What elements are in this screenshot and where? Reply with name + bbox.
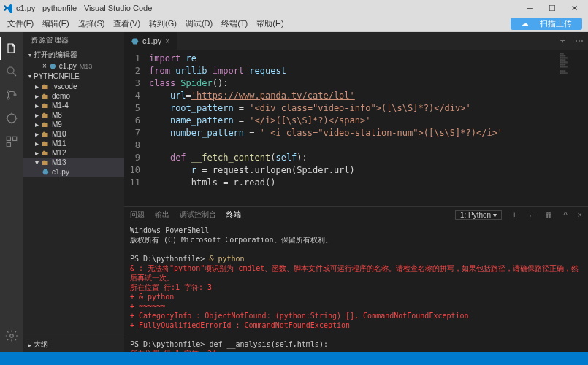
- chevron-right-icon: ▸: [28, 341, 31, 349]
- terminal-output[interactable]: Windows PowerShell 版权所有 (C) Microsoft Co…: [124, 223, 588, 352]
- close-icon[interactable]: ×: [42, 62, 47, 70]
- folder-m1-4[interactable]: ▸🖿M1-4: [23, 101, 124, 110]
- source-control-icon[interactable]: [0, 83, 23, 107]
- explorer-icon[interactable]: [0, 36, 23, 60]
- folder-icon: 🖿: [42, 111, 49, 119]
- status-bar[interactable]: [0, 352, 588, 365]
- folder-icon: 🖿: [42, 92, 49, 100]
- menu-file[interactable]: 文件(F): [3, 18, 38, 29]
- tab-bar: ⬣c1.py× ⫟ ⋯: [124, 32, 588, 50]
- svg-point-1: [7, 91, 9, 93]
- outline-section[interactable]: ▸大纲: [23, 337, 124, 352]
- folder-icon: 🖿: [42, 82, 49, 91]
- more-icon[interactable]: ⋯: [575, 36, 584, 46]
- folder-m8[interactable]: ▸🖿M8: [23, 110, 124, 120]
- editor-area: ⬣c1.py× ⫟ ⋯ 1234567891011 import refrom …: [124, 32, 588, 352]
- chevron-down-icon: ▾: [35, 158, 39, 166]
- folder-demo[interactable]: ▸🖿demo: [23, 91, 124, 101]
- chevron-right-icon: ▸: [35, 139, 39, 147]
- svg-rect-7: [7, 143, 10, 147]
- folder-m12[interactable]: ▸🖿M12: [23, 148, 124, 158]
- tab-terminal[interactable]: 终端: [226, 210, 241, 220]
- python-icon: ⬣: [131, 36, 139, 46]
- sidebar-title: 资源管理器: [23, 32, 124, 48]
- menubar: 文件(F) 编辑(E) 选择(S) 查看(V) 转到(G) 调试(D) 终端(T…: [0, 16, 588, 32]
- svg-rect-5: [7, 137, 10, 140]
- split-icon[interactable]: ⫟: [559, 36, 568, 46]
- tab-c1py[interactable]: ⬣c1.py×: [124, 32, 177, 50]
- chevron-right-icon: ▸: [35, 101, 39, 110]
- svg-point-2: [7, 97, 9, 99]
- folder-icon: 🖿: [42, 101, 49, 110]
- svg-point-4: [7, 114, 16, 123]
- file-c1py[interactable]: ⬣c1.py: [23, 167, 124, 177]
- menu-terminal[interactable]: 终端(T): [217, 18, 252, 29]
- folder-m11[interactable]: ▸🖿M11: [23, 139, 124, 148]
- folder-icon: 🖿: [42, 120, 49, 128]
- folder-icon: 🖿: [42, 139, 49, 147]
- kill-terminal-icon[interactable]: 🗑: [545, 210, 553, 219]
- panel-tabs: 问题 输出 调试控制台 终端 1: Python ▾ + ⫟ 🗑 ^ ×: [124, 207, 588, 223]
- terminal-selector[interactable]: 1: Python ▾: [455, 210, 502, 220]
- workspace-section[interactable]: ▾PYTHONFILE: [23, 71, 124, 82]
- menu-view[interactable]: 查看(V): [109, 18, 145, 29]
- code-content[interactable]: import refrom urllib import requestclass…: [146, 50, 559, 206]
- search-icon[interactable]: [0, 60, 23, 83]
- tab-debug-console[interactable]: 调试控制台: [180, 210, 216, 220]
- upload-button[interactable]: ☁扫描上传: [511, 18, 582, 30]
- folder-icon: 🖿: [42, 158, 49, 166]
- extensions-icon[interactable]: [0, 130, 23, 153]
- python-icon: ⬣: [50, 62, 56, 70]
- menu-debug[interactable]: 调试(D): [181, 18, 217, 29]
- tab-problems[interactable]: 问题: [130, 210, 145, 220]
- svg-point-3: [14, 94, 16, 96]
- close-icon[interactable]: ×: [165, 37, 169, 45]
- chevron-right-icon: ▸: [35, 130, 39, 138]
- chevron-right-icon: ▸: [35, 120, 39, 128]
- svg-point-0: [7, 67, 14, 74]
- close-button[interactable]: ✕: [563, 4, 585, 13]
- folder-m10[interactable]: ▸🖿M10: [23, 129, 124, 139]
- folder-icon: 🖿: [42, 149, 49, 157]
- folder-m13[interactable]: ▾🖿M13: [23, 158, 124, 167]
- activity-bar: [0, 32, 23, 352]
- cloud-icon: ☁: [516, 19, 533, 28]
- editor-actions: ⫟ ⋯: [554, 32, 588, 50]
- settings-icon[interactable]: [0, 324, 23, 347]
- maximize-panel-icon[interactable]: ^: [563, 210, 567, 219]
- menu-selection[interactable]: 选择(S): [74, 18, 110, 29]
- chevron-down-icon: ▾: [26, 52, 34, 58]
- folder-m9[interactable]: ▸🖿M9: [23, 120, 124, 129]
- new-terminal-icon[interactable]: +: [512, 210, 516, 219]
- svg-rect-6: [13, 137, 17, 140]
- vscode-icon: [3, 3, 13, 13]
- menu-edit[interactable]: 编辑(E): [38, 18, 74, 29]
- chevron-right-icon: ▸: [35, 92, 39, 100]
- sidebar: 资源管理器 ▾打开的编辑器 ×⬣c1.pyM13 ▾PYTHONFILE ▸🖿.…: [23, 32, 124, 352]
- split-terminal-icon[interactable]: ⫟: [527, 210, 535, 219]
- menu-help[interactable]: 帮助(H): [252, 18, 288, 29]
- chevron-right-icon: ▸: [35, 111, 39, 119]
- chevron-down-icon: ▾: [26, 73, 34, 80]
- window-title: c1.py - pythonfile - Visual Studio Code: [16, 4, 519, 12]
- titlebar: c1.py - pythonfile - Visual Studio Code …: [0, 0, 588, 16]
- minimap[interactable]: ████████████████████████████████████████…: [559, 50, 588, 206]
- line-gutter: 1234567891011: [124, 50, 146, 206]
- debug-icon[interactable]: [0, 107, 23, 130]
- svg-point-8: [10, 334, 14, 338]
- menu-go[interactable]: 转到(G): [145, 18, 181, 29]
- chevron-right-icon: ▸: [35, 149, 39, 157]
- open-editors-section[interactable]: ▾打开的编辑器: [23, 48, 124, 61]
- folder-vscode[interactable]: ▸🖿.vscode: [23, 82, 124, 91]
- chevron-right-icon: ▸: [35, 82, 39, 91]
- folder-icon: 🖿: [42, 130, 49, 138]
- code-editor[interactable]: 1234567891011 import refrom urllib impor…: [124, 50, 588, 206]
- close-panel-icon[interactable]: ×: [578, 210, 582, 219]
- open-editor-item[interactable]: ×⬣c1.pyM13: [23, 61, 124, 71]
- terminal-panel: 问题 输出 调试控制台 终端 1: Python ▾ + ⫟ 🗑 ^ × Win…: [124, 206, 588, 352]
- tab-output[interactable]: 输出: [155, 210, 169, 220]
- maximize-button[interactable]: ☐: [541, 4, 563, 13]
- minimize-button[interactable]: ─: [519, 4, 541, 12]
- python-icon: ⬣: [42, 168, 49, 176]
